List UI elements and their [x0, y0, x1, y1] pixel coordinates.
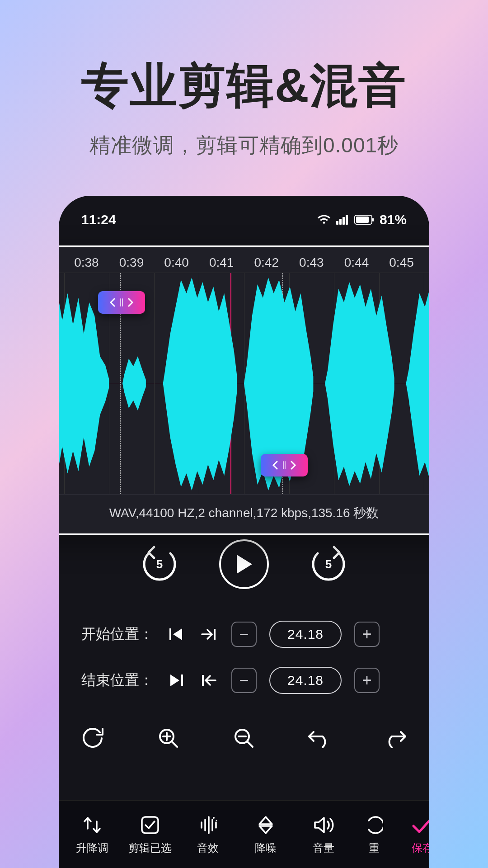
refresh-icon	[82, 727, 104, 750]
svg-rect-9	[142, 817, 158, 833]
handle-grip-icon	[120, 298, 123, 307]
undo-icon	[307, 728, 332, 748]
end-position-label: 结束位置：	[81, 670, 154, 690]
tab-label: 剪辑已选	[128, 841, 172, 855]
set-end-to-playhead-button[interactable]	[199, 670, 219, 690]
play-button[interactable]	[219, 539, 269, 589]
minus-icon: −	[239, 671, 249, 690]
selection-start-handle[interactable]	[98, 291, 145, 314]
bottom-tab-bar: 升降调 剪辑已选 音效 降噪 音量 重	[59, 800, 429, 868]
jump-to-start-button[interactable]	[166, 624, 186, 644]
play-icon	[235, 554, 253, 575]
time-tick: 0:42	[254, 255, 279, 270]
redo-icon	[383, 728, 407, 748]
chevron-left-icon	[109, 298, 116, 307]
time-tick: 0:44	[344, 255, 369, 270]
time-tick: 0:38	[74, 255, 99, 270]
tab-label: 音量	[313, 841, 334, 855]
time-ruler: 0:37 0:38 0:39 0:40 0:41 0:42 0:43 0:44 …	[59, 247, 429, 273]
zoom-in-icon	[157, 727, 180, 750]
signal-icon	[336, 215, 349, 225]
redo-button[interactable]	[378, 721, 412, 755]
tab-trim-selected[interactable]: 剪辑已选	[121, 814, 179, 855]
time-tick: 0:43	[299, 255, 324, 270]
phone-frame: 11:24 81% 0:37 0:38 0:39 0:40 0:41 0:42 …	[59, 196, 429, 868]
time-tick: 0:41	[209, 255, 234, 270]
wifi-icon	[317, 215, 331, 225]
svg-rect-1	[339, 219, 342, 225]
volume-icon	[313, 815, 334, 835]
set-start-to-playhead-button[interactable]	[199, 624, 219, 644]
check-icon	[412, 816, 429, 834]
zoom-out-button[interactable]	[227, 721, 261, 755]
arrow-to-bar-right-icon	[201, 627, 216, 641]
zoom-reset-button[interactable]	[76, 721, 110, 755]
svg-rect-5	[356, 217, 369, 223]
undo-button[interactable]	[302, 721, 337, 755]
end-position-value[interactable]: 24.18	[269, 667, 342, 694]
tab-save[interactable]: 保存	[396, 814, 429, 855]
tab-label: 音效	[197, 841, 219, 855]
selection-end-handle[interactable]	[261, 454, 308, 476]
tab-denoise[interactable]: 降噪	[237, 814, 295, 855]
plus-icon: +	[362, 625, 371, 644]
start-decrement-button[interactable]: −	[231, 622, 257, 647]
skip-start-icon	[169, 627, 184, 641]
pitch-icon	[82, 815, 102, 835]
status-battery: 81%	[380, 212, 407, 227]
svg-rect-6	[372, 218, 374, 222]
svg-rect-0	[336, 221, 338, 225]
start-position-value[interactable]: 24.18	[269, 621, 342, 648]
forward-value: 5	[325, 557, 332, 571]
start-position-row: 开始位置： − 24.18 +	[81, 621, 415, 648]
svg-point-11	[216, 820, 217, 821]
tool-row	[76, 721, 412, 755]
file-info: WAV,44100 HZ,2 channel,172 kbps,135.16 秒…	[59, 494, 429, 533]
start-position-label: 开始位置：	[81, 624, 154, 644]
tab-label: 保存	[412, 841, 429, 855]
rewind-5-button[interactable]: 5	[141, 545, 178, 583]
equalizer-icon	[198, 815, 218, 835]
svg-rect-3	[346, 215, 348, 225]
battery-icon	[354, 215, 374, 225]
chevron-right-icon	[127, 298, 134, 307]
tab-reset[interactable]: 重	[352, 814, 396, 855]
checkbox-icon	[140, 815, 160, 835]
tab-label: 升降调	[76, 841, 108, 855]
zoom-out-icon	[233, 727, 255, 750]
chevron-right-icon	[290, 461, 296, 470]
tab-label: 降噪	[255, 841, 277, 855]
time-tick: 0:45	[389, 255, 414, 270]
end-decrement-button[interactable]: −	[231, 668, 257, 693]
time-tick: 0:39	[119, 255, 144, 270]
svg-rect-2	[343, 217, 345, 225]
waveform-area[interactable]	[59, 273, 429, 494]
end-increment-button[interactable]: +	[354, 668, 380, 693]
arrow-to-bar-left-icon	[201, 674, 216, 687]
time-tick: 0:40	[164, 255, 189, 270]
svg-point-10	[213, 817, 215, 819]
forward-5-button[interactable]: 5	[310, 545, 347, 583]
zoom-in-button[interactable]	[151, 721, 186, 755]
hero-subtitle: 精准微调，剪辑可精确到0.001秒	[89, 132, 399, 160]
handle-grip-icon	[283, 461, 286, 469]
end-position-row: 结束位置： − 24.18 +	[81, 667, 415, 694]
hero-title: 专业剪辑&混音	[81, 54, 407, 118]
status-time: 11:24	[81, 212, 116, 227]
status-icons: 81%	[317, 212, 407, 227]
plus-icon: +	[362, 671, 371, 690]
rewind-value: 5	[156, 557, 163, 571]
start-increment-button[interactable]: +	[354, 622, 380, 647]
tab-label: 重	[369, 841, 380, 855]
jump-to-end-button[interactable]	[166, 670, 186, 690]
denoise-icon	[256, 815, 276, 835]
minus-icon: −	[239, 625, 249, 644]
tab-effects[interactable]: 音效	[179, 814, 237, 855]
waveform-panel: 0:37 0:38 0:39 0:40 0:41 0:42 0:43 0:44 …	[59, 245, 429, 535]
tab-pitch[interactable]: 升降调	[63, 814, 121, 855]
tab-volume[interactable]: 音量	[295, 814, 352, 855]
status-bar: 11:24 81%	[59, 208, 429, 231]
skip-end-icon	[169, 674, 184, 687]
transport-row: 5 5	[73, 539, 415, 589]
chevron-left-icon	[272, 461, 278, 470]
